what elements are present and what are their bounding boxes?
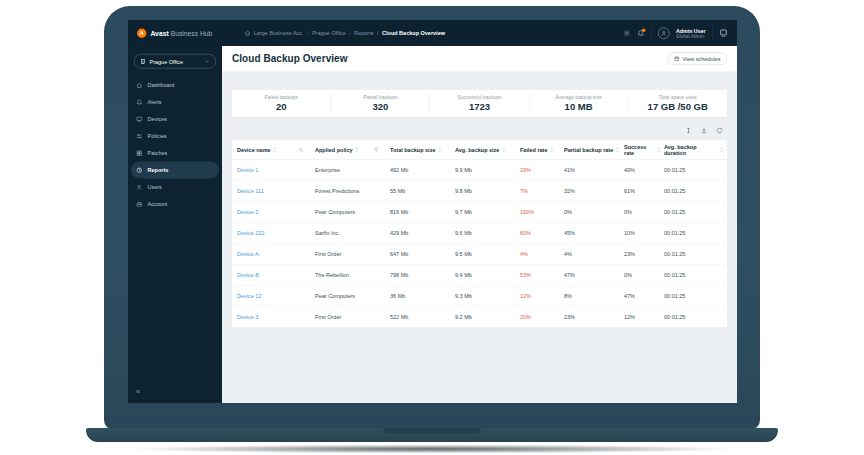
column-header-failed-rate[interactable]: Failed rate — [520, 147, 564, 153]
column-header-total-backup-size[interactable]: Total backup size — [390, 147, 455, 153]
partial-backup-rate-cell: 41% — [564, 167, 624, 173]
avg-backup-size-cell: 9.3 Mb — [455, 293, 520, 299]
stat-successful-backups: Successful backups 1723 — [430, 90, 529, 117]
home-icon — [136, 82, 144, 89]
sidebar-item-dashboard[interactable]: Dashboard — [131, 77, 219, 94]
search-icon[interactable] — [298, 147, 304, 153]
notification-icon[interactable] — [637, 29, 645, 37]
top-bar: A AvastBusiness Hub Large Business Acc. … — [128, 20, 737, 46]
device-name-link[interactable]: Device 111 — [237, 188, 315, 194]
avast-logo: A AvastBusiness Hub — [137, 28, 212, 38]
home-icon[interactable] — [244, 30, 250, 36]
filter-icon[interactable] — [374, 147, 380, 153]
column-header-partial-backup-rate[interactable]: Partial backup rate — [564, 147, 624, 153]
total-backup-size-cell: 798 Mb — [390, 272, 455, 278]
user-icon — [136, 184, 144, 191]
sort-icon[interactable] — [550, 147, 555, 153]
column-header-avg-backup-duration[interactable]: Avg. backup duration — [664, 144, 727, 156]
table-row: Device 2 Pear Computers 816 Mb 9.7 Mb 10… — [232, 202, 727, 223]
page-header: Cloud Backup Overview View schedules — [222, 46, 737, 72]
stat-failed-backups: Failed backups 20 — [232, 90, 331, 117]
sidebar-item-label: Account — [148, 201, 168, 207]
sort-icon[interactable] — [615, 147, 620, 153]
avg-backup-duration-cell: 00:01:25 — [664, 209, 727, 215]
avg-backup-duration-cell: 00:01:25 — [664, 167, 727, 173]
user-info[interactable]: Admin User Global Admin — [676, 27, 705, 38]
total-backup-size-cell: 36 Mb — [390, 293, 455, 299]
stat-label: Failed backups — [264, 95, 298, 101]
success-rate-cell: 61% — [624, 188, 664, 194]
bell-icon — [136, 99, 144, 106]
table-header-row: Device name Applied policy — [232, 141, 727, 160]
sort-icon[interactable] — [273, 147, 278, 153]
partial-backup-rate-cell: 32% — [564, 188, 624, 194]
sidebar-item-label: Policies — [148, 133, 167, 139]
sidebar-item-label: Patches — [148, 150, 168, 156]
sort-icon[interactable] — [720, 147, 725, 153]
sort-icon[interactable] — [501, 147, 506, 153]
sidebar-item-label: Devices — [148, 116, 168, 122]
sidebar: Prague Office Dashboard Alerts — [128, 46, 222, 403]
download-icon[interactable] — [701, 127, 708, 134]
device-name-link[interactable]: Device 1 — [237, 167, 315, 173]
sidebar-item-account[interactable]: Account — [131, 196, 219, 213]
sidebar-item-alerts[interactable]: Alerts — [131, 94, 219, 111]
breadcrumb-item[interactable]: Prague Office — [307, 30, 346, 36]
failed-rate-cell: 53% — [520, 272, 564, 278]
failed-rate-cell: 7% — [520, 188, 564, 194]
user-role: Global Admin — [676, 33, 705, 38]
device-name-link[interactable]: Device 2 — [237, 209, 315, 215]
breadcrumb-item[interactable]: Reports — [349, 30, 373, 36]
sort-icon[interactable] — [355, 147, 360, 153]
sidebar-item-reports[interactable]: Reports — [131, 162, 219, 179]
stat-average-backup-size: Average backup size 10 MB — [529, 90, 628, 117]
sidebar-item-patches[interactable]: Patches — [131, 145, 219, 162]
applied-policy-cell: Forest Predictions — [315, 188, 390, 194]
sidebar-item-label: Alerts — [148, 99, 162, 105]
avg-backup-duration-cell: 00:01:25 — [664, 293, 727, 299]
brand-title: AvastBusiness Hub — [151, 29, 213, 37]
column-header-device-name[interactable]: Device name — [237, 147, 315, 153]
app-switcher-icon[interactable] — [719, 29, 728, 38]
applied-policy-cell: Pear Computers — [315, 209, 390, 215]
gear-icon[interactable] — [623, 29, 631, 37]
main-area: Cloud Backup Overview View schedules — [222, 46, 737, 403]
refresh-icon[interactable] — [716, 127, 723, 134]
stat-value: 1723 — [469, 102, 490, 113]
device-name-link[interactable]: Device 222 — [237, 230, 315, 236]
laptop-base — [86, 428, 778, 442]
success-rate-cell: 10% — [624, 230, 664, 236]
table-row: Device 111 Forest Predictions 55 Mb 9.8 … — [232, 181, 727, 202]
divider — [712, 27, 713, 40]
table-row: Device 222 Sarfin Inc. 429 Mb 9.6 Mb 60%… — [232, 223, 727, 244]
sort-icon[interactable] — [657, 147, 662, 153]
laptop-shadow — [30, 443, 834, 455]
breadcrumb-item[interactable]: Large Business Acc. — [254, 30, 304, 36]
partial-backup-rate-cell: 47% — [564, 272, 624, 278]
failed-rate-cell: 100% — [520, 209, 564, 215]
column-header-success-rate[interactable]: Success rate — [624, 144, 664, 156]
avast-logo-icon: A — [137, 28, 147, 38]
column-header-avg-backup-size[interactable]: Avg. backup size — [455, 147, 520, 153]
site-selector-dropdown[interactable]: Prague Office — [134, 54, 216, 69]
device-name-link[interactable]: Device B — [237, 272, 315, 278]
stat-value: 320 — [372, 102, 388, 113]
applied-policy-cell: First Order — [315, 251, 390, 257]
laptop-mockup: A AvastBusiness Hub Large Business Acc. … — [0, 0, 864, 455]
stat-label: Partial backups — [363, 95, 397, 101]
sort-icon[interactable] — [437, 147, 442, 153]
success-rate-cell: 23% — [624, 251, 664, 257]
resize-columns-icon[interactable] — [685, 127, 692, 134]
device-name-link[interactable]: Device 12 — [237, 293, 315, 299]
avatar[interactable] — [658, 27, 670, 39]
sidebar-item-users[interactable]: Users — [131, 179, 219, 196]
sidebar-collapse-button[interactable]: « — [136, 387, 140, 396]
sidebar-item-policies[interactable]: Policies — [131, 128, 219, 145]
sidebar-item-devices[interactable]: Devices — [131, 111, 219, 128]
device-name-link[interactable]: Device A — [237, 251, 315, 257]
divider — [651, 27, 652, 40]
calendar-icon — [674, 56, 680, 62]
device-name-link[interactable]: Device 3 — [237, 314, 315, 320]
view-schedules-button[interactable]: View schedules — [667, 53, 727, 66]
column-header-applied-policy[interactable]: Applied policy — [315, 147, 390, 153]
